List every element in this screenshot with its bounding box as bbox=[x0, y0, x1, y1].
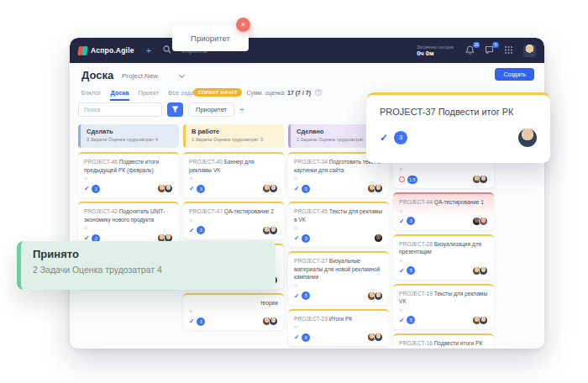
task-card[interactable]: PROJECT-16 Подвести итоги РК≡ bbox=[393, 333, 494, 349]
estimate-badge: 3 bbox=[302, 234, 310, 243]
add-filter-button[interactable]: + bbox=[239, 105, 244, 114]
apps-grid-icon[interactable] bbox=[504, 45, 514, 55]
time-tracker-label: Затрачено сегодня bbox=[417, 45, 454, 50]
task-code: PROJECT-44 bbox=[399, 199, 434, 205]
task-card[interactable]: PROJECT-28 Визуализация для презентации≡… bbox=[393, 234, 494, 280]
info-icon[interactable]: ? bbox=[315, 89, 322, 96]
user-avatar[interactable] bbox=[523, 45, 536, 57]
priority-filter-button[interactable]: Приоритет bbox=[188, 102, 234, 117]
task-card[interactable]: теории≡✓3 bbox=[183, 293, 284, 331]
task-card[interactable]: PROJECT-19 Тексты для рекламы VK≡✓5 bbox=[393, 284, 494, 329]
assignee-avatar bbox=[374, 333, 383, 342]
description-icon: ≡ bbox=[399, 166, 488, 172]
notifications-badge: 26 bbox=[473, 42, 480, 48]
estimate-badge: 3 bbox=[197, 317, 205, 326]
description-icon: ≡ bbox=[399, 208, 488, 214]
close-icon[interactable]: × bbox=[236, 18, 250, 32]
column-meta: 1 Задача Оценка трудозатрат 3 bbox=[192, 137, 278, 142]
task-card[interactable]: PROJECT-37 Визуальные материалы для ново… bbox=[288, 251, 389, 305]
time-tracker-value: 0ч 0м bbox=[417, 50, 454, 57]
task-title: PROJECT-40 Баннер для рекламы VK bbox=[189, 158, 278, 174]
description-icon: ≡ bbox=[189, 176, 278, 181]
messages-icon[interactable]: 5 bbox=[485, 45, 495, 55]
task-code: PROJECT-47 bbox=[189, 208, 224, 214]
check-icon: ✓ bbox=[84, 185, 89, 192]
page-title: Доска bbox=[81, 69, 113, 81]
task-title: PROJECT-47 QA-тестирование 2 bbox=[189, 207, 278, 216]
check-icon: ✓ bbox=[399, 317, 404, 324]
assignee-avatar bbox=[374, 184, 383, 193]
app-name: Аспро.Agile bbox=[91, 46, 134, 55]
task-card[interactable]: PROJECT-44 QA-тестирование 1≡✓3 bbox=[393, 192, 494, 230]
task-title: теории bbox=[189, 299, 278, 307]
assignee-avatar bbox=[269, 226, 278, 235]
check-icon: ✓ bbox=[294, 333, 299, 341]
app-logo[interactable]: Аспро.Agile bbox=[78, 46, 134, 55]
page: Аспро.Agile + Спринты Затрачено сегодня … bbox=[0, 0, 588, 383]
task-title: PROJECT-28 Визуализация для презентации bbox=[399, 240, 488, 256]
top-navbar: Аспро.Agile + Спринты Затрачено сегодня … bbox=[70, 38, 544, 63]
search-input[interactable] bbox=[78, 102, 162, 117]
estimate-badge: 2 bbox=[92, 185, 100, 193]
task-code: PROJECT-34 bbox=[294, 159, 329, 165]
sprint-status-badge: СПРИНТ НАЧАТ bbox=[193, 88, 242, 97]
add-icon[interactable]: + bbox=[146, 46, 151, 55]
column-meta: 2 Задачи Оценка трудозатрат 4 bbox=[87, 137, 173, 142]
estimate-badge: 3 bbox=[394, 131, 407, 144]
accepted-title: Принято bbox=[33, 248, 264, 260]
notifications-bell-icon[interactable]: 26 bbox=[465, 45, 475, 55]
create-button[interactable]: Создать bbox=[495, 68, 534, 81]
board-tabs: БэклогДоскаПроектВсе задачи bbox=[81, 89, 201, 101]
task-code: PROJECT-40 bbox=[189, 159, 224, 165]
task-card-overlay-title: PROJECT-37 Подвести итог РК bbox=[380, 107, 537, 117]
app-window: Аспро.Agile + Спринты Затрачено сегодня … bbox=[70, 38, 544, 349]
task-card[interactable]: PROJECT-23 Итоги РК≡✓6 bbox=[288, 309, 389, 347]
task-code: PROJECT-45 bbox=[294, 208, 329, 214]
column-name: Сделать bbox=[87, 128, 173, 135]
task-code: PROJECT-37 bbox=[294, 258, 329, 264]
search-icon[interactable] bbox=[163, 45, 171, 55]
task-card-overlay[interactable]: PROJECT-37 Подвести итог РК ✓ 3 bbox=[366, 92, 550, 163]
score-label: Сумм. оценка: bbox=[246, 90, 286, 96]
description-icon: ≡ bbox=[84, 225, 173, 231]
logo-icon bbox=[78, 46, 87, 55]
task-code: PROJECT-46 bbox=[84, 159, 119, 165]
description-icon: ≡ bbox=[294, 324, 383, 330]
task-title: PROJECT-42 Подсчитать UNIT-экономику нов… bbox=[84, 207, 173, 223]
assignee-avatar bbox=[479, 266, 488, 275]
task-title: PROJECT-23 Итоги РК bbox=[294, 315, 383, 323]
column-header: Сделать2 Задачи Оценка трудозатрат 4 bbox=[78, 124, 179, 148]
check-icon: ✓ bbox=[380, 132, 388, 144]
description-icon: ≡ bbox=[294, 176, 383, 181]
project-select[interactable]: Project.New bbox=[122, 72, 184, 80]
tab-бэклог[interactable]: Бэклог bbox=[81, 89, 101, 101]
check-icon: ✓ bbox=[189, 317, 194, 325]
task-card[interactable]: PROJECT-47 QA-тестирование 2≡✓3 bbox=[183, 202, 284, 239]
filter-button[interactable] bbox=[167, 102, 183, 117]
task-card[interactable]: PROJECT-40 Баннер для рекламы VK≡✓3 bbox=[183, 152, 284, 197]
tab-проект[interactable]: Проект bbox=[139, 89, 160, 101]
column-name: В работе bbox=[192, 128, 278, 135]
description-icon: ≡ bbox=[294, 283, 383, 289]
check-icon: ✓ bbox=[189, 227, 194, 234]
score-summary: Сумм. оценка: 17 (7 / 7) bbox=[246, 90, 311, 96]
description-icon: ≡ bbox=[399, 258, 488, 264]
description-icon: ≡ bbox=[84, 176, 173, 181]
task-card[interactable]: PROJECT-45 Тексты для рекламы в VK≡✓3 bbox=[288, 202, 389, 247]
assignee-avatar bbox=[479, 316, 488, 325]
funnel-icon bbox=[171, 106, 179, 113]
task-code: PROJECT-16 bbox=[399, 340, 434, 346]
time-tracker[interactable]: Затрачено сегодня 0ч 0м bbox=[417, 45, 454, 57]
estimate-badge: 5 bbox=[302, 291, 310, 300]
project-select-value: Project.New bbox=[122, 72, 158, 80]
task-code: PROJECT-42 bbox=[84, 208, 119, 214]
task-card[interactable]: PROJECT-46 Подвести итоги предыдущей РК … bbox=[78, 152, 179, 197]
check-icon: ✓ bbox=[294, 185, 299, 192]
assignee-avatar bbox=[479, 175, 488, 184]
sprint-status-group: СПРИНТ НАЧАТ Сумм. оценка: 17 (7 / 7) ? bbox=[193, 88, 322, 97]
tab-доска[interactable]: Доска bbox=[110, 89, 129, 101]
estimate-badge: 5 bbox=[407, 316, 415, 324]
column-header: В работе1 Задача Оценка трудозатрат 3 bbox=[183, 124, 284, 148]
assignee-avatar bbox=[374, 291, 383, 301]
estimate-badge: 3 bbox=[197, 226, 205, 234]
